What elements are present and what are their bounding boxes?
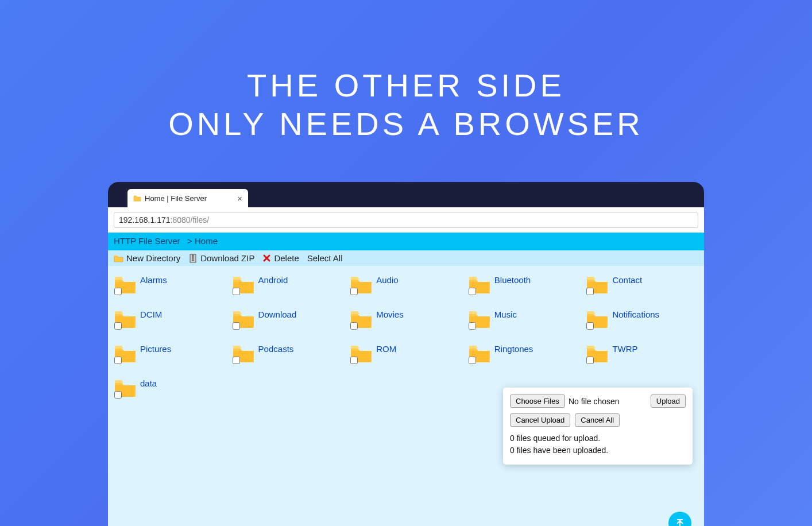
delete-label: Delete — [274, 253, 299, 263]
folder-label[interactable]: Ringtones — [494, 344, 533, 354]
folder-label[interactable]: Movies — [376, 310, 404, 319]
folder-checkbox[interactable] — [233, 322, 240, 330]
folder-label[interactable]: data — [140, 378, 157, 388]
breadcrumb: HTTP File Server > Home — [108, 233, 704, 250]
folder-item[interactable]: Alarms — [114, 274, 226, 296]
folder-label[interactable]: Pictures — [140, 344, 171, 354]
svg-point-2 — [192, 259, 194, 261]
new-directory-button[interactable]: New Directory — [114, 253, 180, 263]
folder-icon — [114, 254, 123, 262]
folder-icon — [232, 308, 255, 330]
url-bar[interactable]: 192.168.1.171:8080/files/ — [114, 212, 698, 228]
breadcrumb-app-link[interactable]: HTTP File Server — [114, 236, 180, 246]
folder-checkbox[interactable] — [469, 357, 476, 364]
cancel-upload-button[interactable]: Cancel Upload — [510, 413, 570, 427]
folder-checkbox[interactable] — [114, 322, 122, 330]
folder-item[interactable]: Notifications — [586, 308, 698, 330]
headline-line-1: THE OTHER SIDE — [0, 66, 812, 105]
folder-label[interactable]: Contact — [612, 275, 642, 285]
folder-label[interactable]: Notifications — [612, 310, 659, 319]
folder-item[interactable]: DCIM — [114, 308, 226, 330]
folder-item[interactable]: Ringtones — [468, 343, 581, 365]
folder-item[interactable]: Pictures — [114, 343, 226, 365]
folder-checkbox[interactable] — [469, 288, 476, 295]
upload-status-queued: 0 files queued for upload. — [510, 432, 686, 444]
folder-icon — [468, 274, 491, 296]
url-host: 192.168.1.171 — [119, 215, 171, 225]
folder-checkbox[interactable] — [233, 357, 240, 364]
folder-checkbox[interactable] — [233, 288, 240, 295]
folder-checkbox[interactable] — [469, 322, 476, 330]
folder-checkbox[interactable] — [114, 391, 122, 399]
upload-status: 0 files queued for upload. 0 files have … — [510, 432, 686, 457]
toolbar: New Directory Download ZIP Delete Select… — [108, 250, 704, 266]
url-port-path: :8080/files/ — [171, 215, 210, 225]
folder-icon — [468, 308, 491, 330]
folder-item[interactable]: ROM — [350, 343, 462, 365]
url-bar-wrap: 192.168.1.171:8080/files/ — [108, 207, 704, 233]
folder-icon — [586, 308, 609, 330]
new-directory-label: New Directory — [126, 253, 180, 263]
folder-item[interactable]: Audio — [350, 274, 462, 296]
folder-item[interactable]: data — [114, 377, 226, 399]
folder-icon — [586, 343, 609, 365]
folder-icon — [232, 274, 255, 296]
folder-label[interactable]: Download — [258, 310, 297, 319]
folder-item[interactable]: Music — [468, 308, 581, 330]
folder-icon — [350, 308, 373, 330]
browser-window: Home | File Server × 192.168.1.171:8080/… — [108, 182, 704, 526]
folder-label[interactable]: ROM — [376, 344, 396, 354]
folder-icon — [114, 308, 137, 330]
upload-button[interactable]: Upload — [651, 394, 686, 408]
folder-item[interactable]: Podcasts — [232, 343, 345, 365]
folder-item[interactable]: Bluetooth — [468, 274, 581, 296]
folder-label[interactable]: Alarms — [140, 275, 167, 285]
folder-icon — [133, 195, 141, 202]
folder-checkbox[interactable] — [586, 357, 594, 364]
choose-files-button[interactable]: Choose Files — [510, 394, 565, 408]
marketing-headline: THE OTHER SIDE ONLY NEEDS A BROWSER — [0, 66, 812, 143]
folder-checkbox[interactable] — [350, 322, 358, 330]
folder-icon — [350, 343, 373, 365]
folder-label[interactable]: Android — [258, 275, 288, 285]
delete-icon — [262, 254, 271, 262]
file-content-area: Alarms Android Audio Bluetooth Conta — [108, 266, 704, 526]
folder-checkbox[interactable] — [586, 322, 594, 330]
folder-item[interactable]: TWRP — [586, 343, 698, 365]
folder-label[interactable]: Music — [494, 310, 517, 319]
zip-icon — [188, 254, 198, 263]
folder-label[interactable]: TWRP — [612, 344, 637, 354]
folder-item[interactable]: Contact — [586, 274, 698, 296]
folder-label[interactable]: Podcasts — [258, 344, 294, 354]
folder-label[interactable]: Audio — [376, 275, 398, 285]
folder-icon — [586, 274, 609, 296]
select-all-button[interactable]: Select All — [307, 253, 343, 263]
tab-title: Home | File Server — [145, 194, 207, 203]
svg-rect-3 — [677, 519, 683, 520]
upload-panel: Choose Files No file chosen Upload Cance… — [503, 388, 693, 465]
folder-checkbox[interactable] — [114, 357, 122, 364]
folder-checkbox[interactable] — [114, 288, 122, 295]
folder-icon — [350, 274, 373, 296]
breadcrumb-home-link[interactable]: Home — [195, 236, 218, 246]
close-icon[interactable]: × — [237, 194, 242, 203]
folder-label[interactable]: DCIM — [140, 310, 162, 319]
folder-grid: Alarms Android Audio Bluetooth Conta — [114, 274, 698, 399]
folder-checkbox[interactable] — [350, 288, 358, 295]
upload-fab[interactable] — [668, 512, 691, 526]
folder-icon — [114, 377, 137, 399]
folder-checkbox[interactable] — [350, 357, 358, 364]
download-zip-button[interactable]: Download ZIP — [188, 253, 254, 263]
headline-line-2: ONLY NEEDS A BROWSER — [0, 105, 812, 143]
browser-tab[interactable]: Home | File Server × — [127, 189, 248, 207]
upload-status-done: 0 files have been uploaded. — [510, 444, 686, 457]
delete-button[interactable]: Delete — [262, 253, 299, 263]
folder-label[interactable]: Bluetooth — [494, 275, 531, 285]
folder-icon — [114, 274, 137, 296]
folder-item[interactable]: Movies — [350, 308, 462, 330]
folder-checkbox[interactable] — [586, 288, 594, 295]
folder-item[interactable]: Download — [232, 308, 345, 330]
folder-item[interactable]: Android — [232, 274, 345, 296]
breadcrumb-sep: > — [187, 236, 192, 246]
cancel-all-button[interactable]: Cancel All — [575, 413, 620, 427]
